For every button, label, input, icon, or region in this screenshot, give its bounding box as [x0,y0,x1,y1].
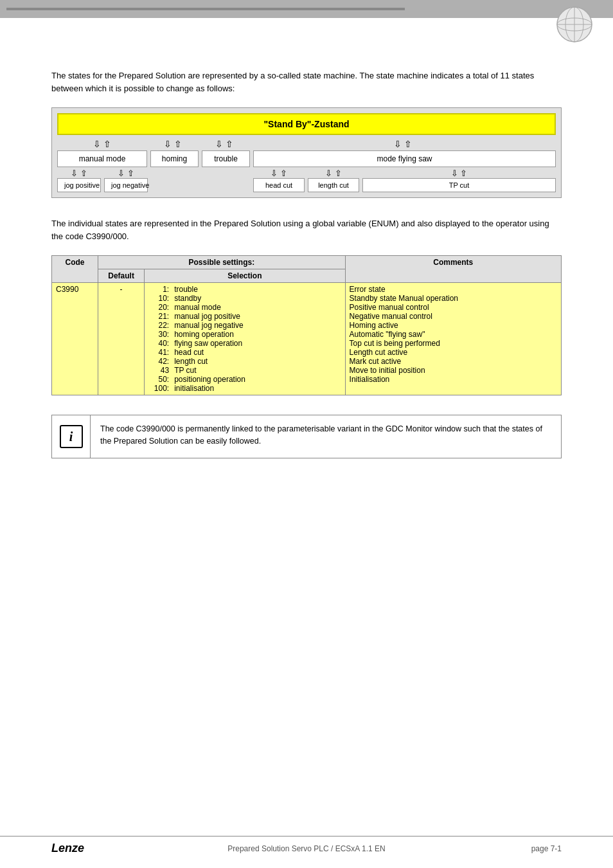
comment-10: Move to initial position [350,366,557,375]
comment-3: Positive manual control [350,303,557,312]
sub-mode-row: jog positive jog negative head cut lengt… [57,178,556,192]
comment-8: Length cut active [350,348,557,357]
intro-text: The states for the Prepared Solution are… [51,69,553,95]
jog-negative-box: jog negative [104,178,148,192]
info-icon-box: i [60,425,83,448]
arrow-manual-mode: ⇩ ⇧ [57,139,147,149]
settings-table: Code Possible settings: Comments Default… [51,255,562,395]
footer: Lenze Prepared Solution Servo PLC / ECSx… [0,836,613,855]
header-bar [0,0,613,18]
comment-2: Standby state Manual operation [350,294,557,303]
arrow-tp-cut: ⇩ ⇧ [362,168,556,178]
cell-selections: 1:trouble 10:standby 20:manual mode 21:m… [145,283,345,395]
manual-mode-box: manual mode [57,150,147,167]
logo-area [555,5,594,46]
comment-6: Automatic "flying saw" [350,330,557,339]
sel-3: 20:manual mode [148,303,341,312]
sub-spacer [151,178,250,192]
th-selection: Selection [145,269,345,283]
footer-page: page 7-1 [510,844,562,853]
arrow-length-cut: ⇩ ⇧ [308,168,359,178]
standby-box: "Stand By"-Zustand [57,113,556,135]
cell-default: - [98,283,145,395]
sel-5: 22:manual jog negative [148,321,341,330]
tp-cut-box: TP cut [362,178,556,192]
th-default: Default [98,269,145,283]
info-box-text: The code C3990/000 is permanently linked… [91,415,561,458]
sel-11: 50:positioning operation [148,375,341,384]
arrow-flying-saw: ⇩ ⇧ [250,139,556,149]
homing-box: homing [150,150,199,167]
arrow-jog-neg: ⇩ ⇧ [104,168,148,178]
footer-logo: Lenze [51,842,103,855]
main-content: The states for the Prepared Solution are… [0,18,613,503]
header-line [6,8,405,10]
cell-comments: Error state Standby state Manual operati… [345,283,561,395]
info-i-letter: i [69,429,73,444]
th-comments: Comments [345,256,561,283]
arrow-trouble: ⇩ ⇧ [199,139,250,149]
sel-6: 30:homing operation [148,330,341,339]
comment-4: Negative manual control [350,312,557,321]
mode-flying-saw-box: mode flying saw [253,150,556,167]
info-box: i The code C3990/000 is permanently link… [51,415,562,458]
globe-icon [555,5,594,44]
para2-text: The individual states are represented in… [51,217,553,242]
state-diagram: "Stand By"-Zustand ⇩ ⇧ ⇩ ⇧ ⇩ ⇧ ⇩ ⇧ manua… [51,107,562,198]
sel-12: 100:initialisation [148,384,341,393]
sel-10: 43TP cut [148,366,341,375]
sel-4: 21:manual jog positive [148,312,341,321]
sel-9: 42:length cut [148,357,341,366]
cell-code: C3990 [52,283,98,395]
mode-row: manual mode homing trouble mode flying s… [57,150,556,167]
sel-8: 41:head cut [148,348,341,357]
sel-1: 1:trouble [148,285,341,294]
comment-9: Mark cut active [350,357,557,366]
comment-7: Top cut is being performed [350,339,557,348]
th-possible-settings: Possible settings: [98,256,345,269]
jog-positive-box: jog positive [57,178,101,192]
arrow-jog-pos: ⇩ ⇧ [57,168,101,178]
arrow-row-1: ⇩ ⇧ ⇩ ⇧ ⇩ ⇧ ⇩ ⇧ [57,138,556,150]
arrow-homing: ⇩ ⇧ [147,139,199,149]
arrow-head-cut: ⇩ ⇧ [253,168,305,178]
sel-2: 10:standby [148,294,341,303]
footer-center-text: Prepared Solution Servo PLC / ECSxA 1.1 … [103,844,510,853]
th-code: Code [52,256,98,283]
sel-7: 40:flying saw operation [148,339,341,348]
sub-arrow-row: ⇩ ⇧ ⇩ ⇧ ⇩ ⇧ ⇩ ⇧ ⇩ ⇧ [57,168,556,178]
head-cut-box: head cut [253,178,305,192]
table-row: C3990 - 1:trouble 10:standby 20:manual m… [52,283,562,395]
info-icon-area: i [52,415,91,458]
comment-5: Homing active [350,321,557,330]
comment-1: Error state [350,285,557,294]
length-cut-box: length cut [308,178,359,192]
table-header-row: Code Possible settings: Comments [52,256,562,269]
sub-arrow-spacer [151,168,250,178]
comment-11: Initialisation [350,375,557,384]
trouble-box: trouble [202,150,250,167]
